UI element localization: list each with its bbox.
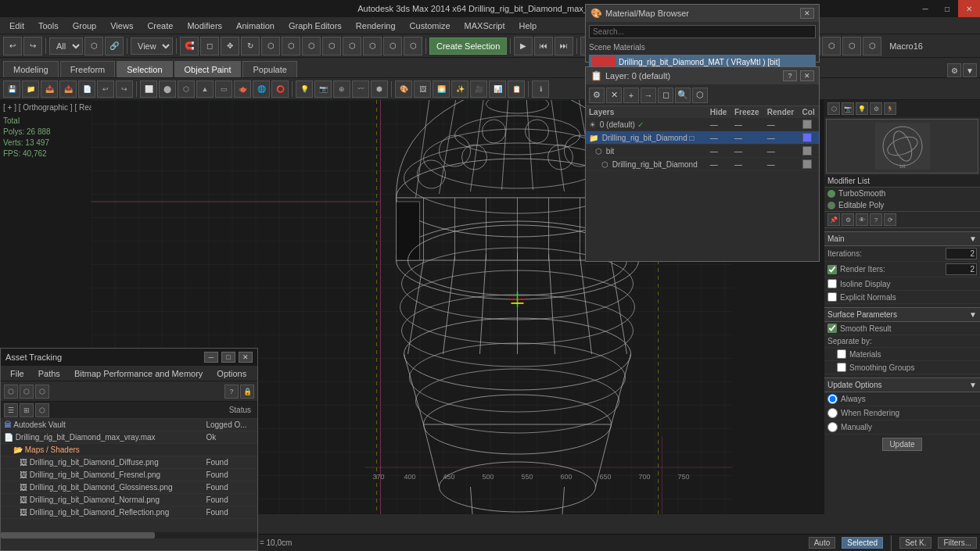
toolbar-btn-11[interactable]: ⬡ — [404, 37, 422, 55]
layer-delete-btn[interactable]: ✕ — [606, 88, 622, 103]
layer-select-all-btn[interactable]: ⬡ — [692, 88, 708, 103]
tab-selection[interactable]: Selection — [117, 61, 172, 77]
icon-box[interactable]: ⬜ — [140, 81, 157, 98]
tab-populate[interactable]: Populate — [242, 61, 296, 77]
icon-cone[interactable]: ▲ — [196, 81, 214, 98]
close-button[interactable]: ✕ — [958, 0, 980, 17]
selected-btn[interactable]: Selected — [842, 537, 883, 549]
render-iters-checkbox[interactable] — [827, 265, 837, 274]
layer-settings-btn[interactable]: ⚙ — [589, 88, 605, 103]
toolbar-btn-1[interactable]: ↩ — [3, 37, 22, 55]
icon-import[interactable]: 📥 — [41, 81, 58, 98]
icon-undo[interactable]: ↩ — [97, 81, 114, 98]
smooth-result-checkbox[interactable] — [827, 324, 837, 333]
icon-sphere[interactable]: ⬤ — [159, 81, 176, 98]
asset-menu-paths[interactable]: Paths — [32, 367, 66, 380]
table-row[interactable]: 🖼 Drilling_rig_bit_Diamond_Fresnel.png F… — [1, 469, 257, 481]
prev-btn[interactable]: ⏮ — [534, 37, 553, 55]
layer-select-highlight-btn[interactable]: 🔍 — [675, 88, 691, 103]
icon-redo[interactable]: ↪ — [116, 81, 133, 98]
icon-ifl[interactable]: 📊 — [489, 81, 506, 98]
asset-menu-bitmap[interactable]: Bitmap Performance and Memory — [68, 367, 209, 380]
menu-rendering[interactable]: Rendering — [350, 20, 402, 32]
asset-minimize-btn[interactable]: ─ — [204, 352, 218, 363]
iterations-input[interactable] — [946, 248, 977, 259]
toolbar-btn-6[interactable]: ⬡ — [302, 37, 321, 55]
render-iters-input[interactable] — [946, 263, 977, 275]
icon-teapot[interactable]: 🫖 — [234, 81, 251, 98]
menu-animation[interactable]: Animation — [230, 20, 281, 32]
menu-group[interactable]: Group — [66, 20, 103, 32]
toolbar-btn-3[interactable]: ⬡ — [84, 37, 103, 55]
menu-edit[interactable]: Edit — [3, 20, 31, 32]
menu-graph-editors[interactable]: Graph Editors — [282, 20, 348, 32]
turbosmooth-modifier[interactable]: TurboSmooth — [824, 188, 980, 199]
menu-create[interactable]: Create — [141, 20, 179, 32]
icon-info[interactable]: ℹ — [532, 81, 549, 98]
pp-icon-2[interactable]: 📷 — [842, 102, 854, 115]
view-dropdown[interactable]: View — [131, 38, 173, 55]
tab-settings-btn[interactable]: ⚙ — [947, 63, 961, 77]
icon-space-warp[interactable]: 〰 — [352, 81, 369, 98]
table-row[interactable]: ☀ 0 (default) ✓ — — — — [586, 118, 819, 131]
icon-tube[interactable]: ⭕ — [271, 81, 289, 98]
tab-object-paint[interactable]: Object Paint — [174, 61, 242, 77]
mod-show-btn[interactable]: 👁 — [856, 213, 868, 226]
mat-browser-title-bar[interactable]: 🎨 Material/Map Browser ✕ — [586, 5, 819, 22]
layer-add-btn[interactable]: + — [623, 88, 639, 103]
toolbar-btn-15[interactable]: ⬡ — [863, 37, 881, 55]
table-row[interactable]: ⬡ Drilling_rig_bit_Diamond — — — — [586, 158, 819, 171]
toolbar-btn-4[interactable]: 🔗 — [105, 37, 124, 55]
editable-poly-modifier[interactable]: Editable Poly — [824, 199, 980, 211]
pp-icon-4[interactable]: ⚙ — [870, 102, 882, 115]
icon-effects[interactable]: ✨ — [451, 81, 468, 98]
next-btn[interactable]: ⏭ — [555, 37, 573, 55]
manually-radio[interactable] — [827, 422, 838, 432]
play-btn[interactable]: ▶ — [514, 37, 533, 55]
create-selection-btn[interactable]: Create Selection — [429, 38, 507, 55]
icon-env[interactable]: 🌅 — [433, 81, 450, 98]
table-row[interactable]: 🏛 Autodesk Vault Logged O... — [1, 419, 257, 431]
toolbar-select[interactable]: ◻ — [200, 37, 219, 55]
icon-open[interactable]: 📁 — [22, 81, 39, 98]
mat-browser-close-btn[interactable]: ✕ — [800, 8, 814, 19]
icon-helper[interactable]: ⊕ — [333, 81, 350, 98]
asset-scrollbar[interactable] — [1, 532, 257, 538]
asset-icon-3[interactable]: ⬡ — [35, 385, 49, 399]
icon-render[interactable]: 🖼 — [414, 81, 431, 98]
surface-params-bar[interactable]: Surface Parameters ▼ — [824, 307, 980, 322]
asset-menu-file[interactable]: File — [4, 367, 31, 380]
asset-scrollbar-thumb[interactable] — [1, 532, 155, 538]
layer-question-btn[interactable]: ? — [783, 70, 797, 81]
mod-history-btn[interactable]: ⟳ — [884, 213, 896, 226]
layer-close-btn[interactable]: ✕ — [800, 70, 814, 81]
main-section-bar[interactable]: Main ▼ — [824, 231, 980, 246]
asset-restore-btn[interactable]: □ — [221, 352, 235, 363]
table-row[interactable]: 🖼 Drilling_rig_bit_Diamond_Diffuse.png F… — [1, 456, 257, 469]
pp-icon-3[interactable]: 💡 — [856, 102, 868, 115]
pp-icon-5[interactable]: 🏃 — [884, 102, 896, 115]
asset-icon-1[interactable]: ⬡ — [4, 385, 18, 399]
asset-view-icon3[interactable]: ⬡ — [35, 403, 49, 417]
table-row[interactable]: 🖼 Drilling_rig_bit_Diamond_Glossiness.pn… — [1, 481, 257, 494]
update-button[interactable]: Update — [882, 438, 921, 451]
set-k-btn[interactable]: Set K. — [899, 537, 932, 549]
mod-configure-btn[interactable]: ⚙ — [842, 213, 854, 226]
table-row[interactable]: 📄 Drilling_rig_bit_Diamond_max_vray.max … — [1, 431, 257, 444]
icon-geosphere[interactable]: 🌐 — [253, 81, 270, 98]
mod-pin-btn[interactable]: 📌 — [827, 213, 840, 226]
asset-icon-4[interactable]: ? — [224, 385, 239, 399]
toolbar-magnet[interactable]: 🧲 — [180, 37, 199, 55]
icon-export[interactable]: 📤 — [59, 81, 77, 98]
filters-btn[interactable]: Filters... — [938, 537, 977, 549]
asset-view-icon2[interactable]: ⊞ — [20, 403, 34, 417]
toolbar-rotate[interactable]: ↻ — [241, 37, 260, 55]
tab-add-btn[interactable]: ▼ — [963, 63, 977, 77]
icon-camera[interactable]: 📷 — [314, 81, 332, 98]
update-options-bar[interactable]: Update Options ▼ — [824, 377, 980, 392]
when-rendering-radio[interactable] — [827, 408, 838, 418]
icon-plane[interactable]: ▭ — [215, 81, 232, 98]
toolbar-btn-2[interactable]: ↪ — [23, 37, 42, 55]
asset-close-btn[interactable]: ✕ — [239, 352, 253, 363]
table-row[interactable]: ⬡ bit — — — — [586, 145, 819, 158]
